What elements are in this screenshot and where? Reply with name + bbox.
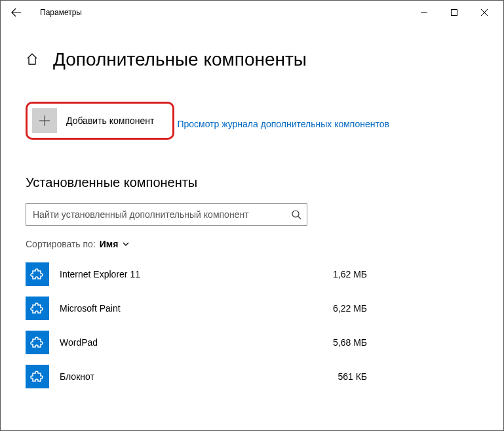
list-item[interactable]: Блокнот 561 КБ: [26, 359, 478, 394]
home-button[interactable]: [26, 52, 39, 68]
maximize-button[interactable]: [439, 1, 469, 24]
list-item[interactable]: WordPad 5,68 МБ: [26, 325, 478, 359]
feature-name: Microsoft Paint: [60, 303, 121, 314]
puzzle-icon: [29, 300, 45, 316]
titlebar: Параметры: [1, 1, 503, 24]
feature-name: Блокнот: [60, 371, 94, 382]
installed-list: Internet Explorer 11 1,62 МБ Microsoft P…: [26, 257, 478, 394]
sort-value: Имя: [100, 239, 119, 249]
back-arrow-icon: [11, 7, 22, 18]
content-area: Дополнительные компоненты Добавить компо…: [1, 24, 503, 394]
svg-point-1: [292, 211, 299, 217]
puzzle-icon: [29, 369, 45, 384]
feature-size: 6,22 МБ: [333, 303, 478, 314]
feature-name: WordPad: [60, 337, 98, 348]
history-link[interactable]: Просмотр журнала дополнительных компонен…: [177, 119, 389, 129]
feature-icon: [26, 297, 49, 320]
window-title: Параметры: [40, 8, 82, 17]
search-input[interactable]: Найти установленный дополнительный компо…: [26, 203, 307, 226]
home-icon: [26, 52, 39, 66]
feature-icon: [26, 262, 49, 286]
add-feature-label: Добавить компонент: [66, 115, 154, 126]
minimize-icon: [421, 9, 427, 16]
feature-icon: [26, 331, 49, 354]
list-item[interactable]: Internet Explorer 11 1,62 МБ: [26, 257, 478, 291]
sort-dropdown[interactable]: Сортировать по: Имя: [26, 239, 478, 249]
add-section: Добавить компонент Просмотр журнала допо…: [26, 102, 478, 140]
close-button[interactable]: [469, 1, 499, 24]
search-placeholder: Найти установленный дополнительный компо…: [33, 209, 291, 220]
feature-size: 1,62 МБ: [333, 269, 478, 279]
add-feature-button[interactable]: Добавить компонент: [26, 102, 174, 140]
feature-name: Internet Explorer 11: [60, 269, 140, 279]
sort-label: Сортировать по:: [26, 239, 96, 249]
back-button[interactable]: [5, 1, 28, 24]
plus-icon-box: [32, 108, 57, 133]
installed-section-label: Установленные компоненты: [26, 175, 478, 190]
minimize-button[interactable]: [409, 1, 439, 24]
puzzle-icon: [29, 335, 45, 350]
page-title: Дополнительные компоненты: [53, 49, 307, 70]
list-item[interactable]: Microsoft Paint 6,22 МБ: [26, 291, 478, 325]
window-controls: [409, 1, 499, 24]
puzzle-icon: [29, 266, 45, 282]
feature-size: 5,68 МБ: [333, 337, 478, 348]
page-header: Дополнительные компоненты: [26, 49, 478, 70]
feature-size: 561 КБ: [338, 371, 478, 382]
plus-icon: [38, 114, 51, 127]
maximize-icon: [451, 9, 457, 16]
svg-rect-0: [452, 10, 457, 16]
search-icon: [291, 209, 301, 220]
feature-icon: [26, 365, 49, 388]
close-icon: [481, 9, 488, 16]
chevron-down-icon: [122, 240, 130, 248]
